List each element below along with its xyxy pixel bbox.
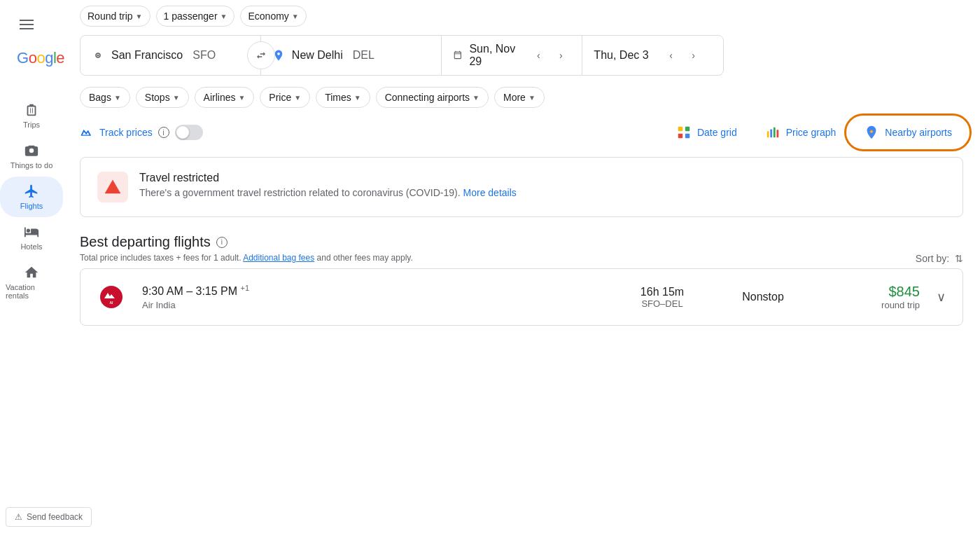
- flight-stops: Nonstop: [721, 291, 805, 303]
- menu-icon[interactable]: [14, 11, 39, 38]
- airlines-filter-label: Airlines: [204, 92, 236, 103]
- times-arrow-icon: ▼: [354, 94, 361, 102]
- arrive-time: 3:15 PM: [196, 286, 238, 298]
- tools-row: Track prices i Date grid: [63, 108, 980, 157]
- luggage-icon: [24, 102, 39, 118]
- return-date-next-button[interactable]: ›: [684, 46, 704, 65]
- times-filter-label: Times: [325, 92, 351, 103]
- more-filter-label: More: [503, 92, 526, 103]
- flight-card[interactable]: AI 9:30 AM – 3:15 PM +1 Air India 16h 15…: [80, 268, 963, 326]
- passengers-arrow-icon: ▼: [220, 13, 227, 20]
- price-arrow-icon: ▼: [294, 94, 301, 102]
- nearby-airports-button[interactable]: Nearby airports: [853, 119, 963, 146]
- depart-date-prev-button[interactable]: ‹: [528, 46, 548, 65]
- flights-info-icon[interactable]: i: [216, 237, 227, 248]
- origin-city: San Francisco: [111, 49, 183, 62]
- sidebar: Google Trips Things to do Flights: [0, 0, 63, 538]
- stops-filter-button[interactable]: Stops ▼: [136, 87, 189, 108]
- sidebar-nav: Trips Things to do Flights Hotels Vacati…: [0, 90, 63, 307]
- travel-restricted-text: Travel restricted There's a government t…: [139, 172, 517, 198]
- hotel-icon: [24, 224, 39, 240]
- connecting-airports-arrow-icon: ▼: [472, 94, 479, 102]
- sort-by-label: Sort by: ⇅: [916, 253, 963, 264]
- depart-date-next-button[interactable]: ›: [551, 46, 570, 65]
- feedback-section: ⚠ Send feedback: [63, 507, 92, 527]
- connecting-airports-filter-button[interactable]: Connecting airports ▼: [376, 87, 489, 108]
- sidebar-item-label: Flights: [20, 202, 43, 210]
- sidebar-item-hotels[interactable]: Hotels: [0, 217, 63, 258]
- destination-code: DEL: [353, 49, 374, 62]
- svg-text:AI: AI: [110, 301, 114, 305]
- search-options-row: Round trip ▼ 1 passenger ▼ Economy ▼: [80, 6, 963, 27]
- more-details-link[interactable]: More details: [463, 187, 517, 198]
- house-icon: [24, 265, 39, 280]
- trip-type-label: Round trip: [88, 11, 133, 22]
- feedback-label: Send feedback: [63, 512, 83, 522]
- flight-duration: 16h 15m SFO–DEL: [620, 286, 704, 309]
- svg-rect-9: [776, 130, 778, 137]
- bags-filter-button[interactable]: Bags ▼: [80, 87, 130, 108]
- airlines-filter-button[interactable]: Airlines ▼: [195, 87, 255, 108]
- destination-city: New Delhi: [292, 49, 343, 62]
- expand-flight-button[interactable]: ∨: [937, 289, 946, 305]
- bags-arrow-icon: ▼: [114, 94, 121, 102]
- swap-button[interactable]: [247, 41, 275, 69]
- svg-point-1: [97, 55, 99, 57]
- track-prices-toggle[interactable]: [175, 125, 203, 140]
- swap-icon: [255, 50, 267, 61]
- svg-rect-3: [685, 127, 690, 131]
- price-graph-button[interactable]: Price graph: [754, 119, 848, 146]
- date-grid-button[interactable]: Date grid: [665, 119, 748, 146]
- more-filter-button[interactable]: More ▼: [494, 87, 545, 108]
- sidebar-item-vacation-rentals[interactable]: Vacation rentals: [0, 258, 63, 307]
- price-graph-label: Price graph: [786, 127, 836, 138]
- toggle-knob: [176, 126, 189, 139]
- depart-date-field[interactable]: Sun, Nov 29 ‹ ›: [442, 36, 583, 75]
- flight-route: SFO–DEL: [620, 298, 704, 309]
- origin-code: SFO: [192, 49, 216, 62]
- flights-header: Best departing flights i: [80, 234, 963, 250]
- airline-name: Air India: [142, 300, 603, 310]
- main-content: Round trip ▼ 1 passenger ▼ Economy ▼ San…: [63, 0, 980, 538]
- search-fields-row: San Francisco SFO New Delhi DEL Sun, Nov…: [80, 35, 724, 76]
- sidebar-item-label: Hotels: [20, 242, 42, 251]
- travel-restricted-title: Travel restricted: [139, 172, 517, 184]
- google-logo: Google: [17, 49, 64, 67]
- origin-field[interactable]: San Francisco SFO: [80, 36, 261, 75]
- duration-time: 16h 15m: [620, 286, 704, 298]
- feedback-button[interactable]: ⚠ Send feedback: [63, 507, 92, 527]
- flight-times: 9:30 AM – 3:15 PM +1 Air India: [142, 284, 603, 310]
- sidebar-item-trips[interactable]: Trips: [0, 95, 63, 136]
- sort-icon[interactable]: ⇅: [955, 253, 963, 264]
- destination-field[interactable]: New Delhi DEL: [261, 36, 442, 75]
- price-filter-button[interactable]: Price ▼: [260, 87, 310, 108]
- return-date-prev-button[interactable]: ‹: [662, 46, 681, 65]
- track-prices-info-icon[interactable]: i: [158, 127, 169, 138]
- svg-rect-5: [685, 134, 690, 138]
- price-filter-label: Price: [269, 92, 291, 103]
- trip-type-dropdown[interactable]: Round trip ▼: [80, 6, 150, 27]
- depart-time: 9:30 AM: [142, 286, 183, 298]
- travel-restricted-description: There's a government travel restriction …: [139, 187, 517, 198]
- nearby-airports-wrapper: Nearby airports: [853, 119, 963, 146]
- nearby-airports-label: Nearby airports: [885, 127, 952, 138]
- track-prices-section: Track prices i: [80, 125, 203, 140]
- more-arrow-icon: ▼: [528, 94, 536, 102]
- flight-time-display: 9:30 AM – 3:15 PM +1: [142, 284, 603, 298]
- times-filter-button[interactable]: Times ▼: [316, 87, 370, 108]
- sidebar-item-label: Trips: [23, 120, 40, 129]
- sidebar-item-label: Things to do: [10, 161, 53, 170]
- bag-fees-link[interactable]: Additional bag fees: [243, 253, 314, 263]
- depart-date-nav: ‹ ›: [528, 46, 570, 65]
- passengers-dropdown[interactable]: 1 passenger ▼: [156, 6, 235, 27]
- cabin-class-dropdown[interactable]: Economy ▼: [240, 6, 306, 27]
- sidebar-item-things-to-do[interactable]: Things to do: [0, 136, 63, 177]
- return-date-field[interactable]: Thu, Dec 3 ‹ ›: [582, 36, 723, 75]
- sidebar-item-flights[interactable]: Flights: [0, 177, 63, 217]
- track-prices-icon: [80, 125, 94, 139]
- stops-filter-label: Stops: [145, 92, 170, 103]
- price-type: round trip: [822, 300, 920, 310]
- price-graph-icon: [765, 125, 780, 140]
- return-date-text: Thu, Dec 3: [594, 49, 648, 62]
- search-section: Round trip ▼ 1 passenger ▼ Economy ▼ San…: [63, 0, 980, 76]
